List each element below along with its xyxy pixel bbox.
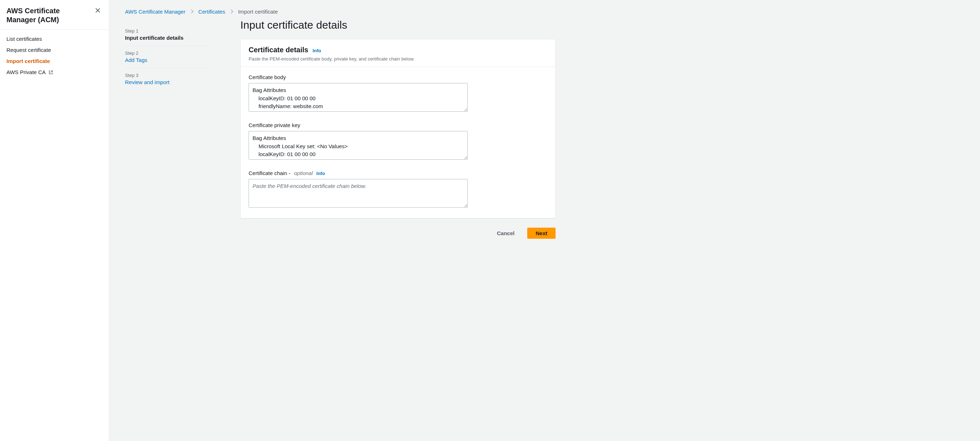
- content-row: Step 1 Input certificate details Step 2 …: [125, 19, 964, 239]
- breadcrumb-aws-certificate-manager[interactable]: AWS Certificate Manager: [125, 9, 186, 15]
- sidebar-item-label: Import certificate: [6, 58, 50, 64]
- next-button[interactable]: Next: [527, 228, 555, 239]
- sidebar-item-label: AWS Private CA: [6, 69, 46, 75]
- breadcrumb-certificates[interactable]: Certificates: [199, 9, 225, 15]
- breadcrumb-current: Import certificate: [238, 9, 278, 15]
- sidebar-item-import-certificate[interactable]: Import certificate: [0, 56, 109, 67]
- optional-label: optional: [294, 170, 313, 176]
- sidebar-title: AWS Certificate Manager (ACM): [6, 6, 85, 24]
- page-title: Input certificate details: [240, 19, 555, 31]
- sidebar-header: AWS Certificate Manager (ACM): [0, 0, 109, 30]
- step-label: Step 2: [125, 51, 207, 56]
- certificate-details-panel: Certificate details Info Paste the PEM-e…: [240, 39, 555, 218]
- field-label: Certificate body: [248, 74, 286, 80]
- sidebar-item-request-certificate[interactable]: Request certificate: [0, 44, 109, 56]
- main-content: AWS Certificate Manager Certificates Imp…: [109, 0, 980, 441]
- step-title[interactable]: Review and import: [125, 79, 207, 85]
- panel-description: Paste the PEM-encoded certificate body, …: [248, 56, 547, 62]
- breadcrumb: AWS Certificate Manager Certificates Imp…: [125, 9, 964, 15]
- chevron-right-icon: [230, 9, 233, 15]
- wizard-step-3: Step 3 Review and import: [125, 68, 207, 90]
- panel-body: Certificate body Certificate private key…: [241, 67, 555, 218]
- step-label: Step 1: [125, 28, 207, 34]
- sidebar: AWS Certificate Manager (ACM) List certi…: [0, 0, 109, 441]
- step-title[interactable]: Input certificate details: [125, 35, 207, 41]
- field-certificate-private-key: Certificate private key: [248, 122, 547, 161]
- field-label: Certificate chain -: [248, 170, 291, 176]
- certificate-private-key-input[interactable]: [248, 131, 468, 160]
- step-label: Step 3: [125, 73, 207, 78]
- certificate-body-input[interactable]: [248, 83, 468, 112]
- field-certificate-chain: Certificate chain - optional Info: [248, 170, 547, 209]
- panel-title: Certificate details: [248, 46, 309, 54]
- sidebar-nav: List certificates Request certificate Im…: [0, 30, 109, 81]
- field-label: Certificate private key: [248, 122, 300, 128]
- field-certificate-body: Certificate body: [248, 74, 547, 113]
- chevron-right-icon: [191, 9, 193, 15]
- panel-header: Certificate details Info Paste the PEM-e…: [241, 40, 555, 67]
- certificate-chain-input[interactable]: [248, 179, 468, 208]
- sidebar-item-label: Request certificate: [6, 47, 51, 53]
- close-icon[interactable]: [93, 6, 102, 16]
- panel-info-link[interactable]: Info: [313, 48, 321, 53]
- form-footer: Cancel Next: [240, 228, 555, 239]
- step-title[interactable]: Add Tags: [125, 57, 207, 63]
- sidebar-item-aws-private-ca[interactable]: AWS Private CA: [0, 67, 109, 78]
- sidebar-item-label: List certificates: [6, 36, 42, 42]
- sidebar-item-list-certificates[interactable]: List certificates: [0, 33, 109, 44]
- chain-info-link[interactable]: Info: [316, 171, 325, 176]
- wizard-step-2: Step 2 Add Tags: [125, 46, 207, 68]
- cancel-button[interactable]: Cancel: [489, 228, 522, 239]
- wizard-step-1: Step 1 Input certificate details: [125, 24, 207, 46]
- wizard-steps: Step 1 Input certificate details Step 2 …: [125, 19, 207, 239]
- form-area: Input certificate details Certificate de…: [240, 19, 555, 239]
- external-link-icon: [48, 70, 53, 75]
